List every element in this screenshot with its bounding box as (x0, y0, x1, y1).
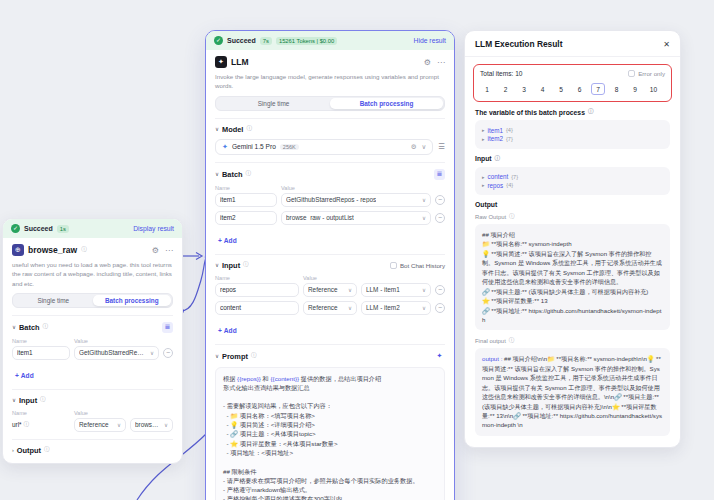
tree-caret-icon[interactable]: ▸ (482, 182, 485, 188)
model-settings-icon[interactable]: ⚙ (411, 143, 417, 151)
page-button-current[interactable]: 7 (591, 83, 605, 95)
batch-value-select[interactable]: GetGithubStarredRepos - repos ∨ (74, 346, 159, 360)
chevron-down-icon[interactable]: ∨ (215, 262, 219, 268)
input-value-select[interactable]: LLM - item1 ∨ (361, 283, 431, 297)
output-label: Output (475, 201, 497, 208)
section-title: Batch (222, 170, 243, 179)
hide-result-link[interactable]: Hide result (414, 37, 447, 44)
input-value-select[interactable]: browse_raw - url ∨ (130, 418, 173, 432)
batch-value-select[interactable]: browse_raw - outputList ∨ (281, 211, 431, 225)
gear-icon[interactable]: ⚙ (424, 58, 431, 67)
variable-count: {7} (506, 136, 513, 142)
page-button[interactable]: 4 (536, 83, 550, 95)
tab-single-time[interactable]: Single time (14, 295, 93, 306)
input-row: Reference ∨ LLM - item1 ∨ − (215, 283, 445, 297)
panel-title: LLM Execution Result (475, 39, 562, 49)
prompt-editor[interactable]: 根据 {{repos}} 和 {{content}} 提供的数据，总结出项目介绍… (215, 367, 445, 500)
batch-value-select[interactable]: GetGithubStarredRepos - repos ∨ (281, 193, 431, 207)
bot-chat-history-checkbox[interactable] (390, 262, 397, 269)
add-batch-button[interactable]: +Add (218, 237, 237, 244)
duration-badge: 7s (260, 37, 272, 45)
chevron-down-icon[interactable]: ∨ (215, 126, 219, 132)
page-button[interactable]: 3 (517, 83, 531, 95)
model-config-icon[interactable]: ☰ (438, 142, 445, 151)
variable-name[interactable]: repos (488, 182, 504, 189)
info-icon: ⓘ (243, 261, 249, 269)
remove-row-button[interactable]: − (435, 303, 445, 313)
prompt-variable-content[interactable]: {{content}} (271, 375, 300, 382)
input-row: url* ⓘ Reference ∨ browse_raw - url ∨ (12, 418, 173, 432)
chevron-down-icon[interactable]: ∨ (422, 143, 427, 151)
browse-raw-node[interactable]: ✓ Succeed 1s Display result ⊕ browse_raw… (2, 218, 183, 464)
chevron-down-icon: ∨ (348, 305, 352, 311)
section-title: Model (222, 125, 243, 134)
chevron-down-icon[interactable]: ∨ (215, 353, 219, 359)
status-label: Succeed (227, 37, 256, 44)
pagination-highlight-box: Total items: 10 Error only 1 2 3 4 5 6 7… (473, 64, 672, 102)
optimize-prompt-icon[interactable]: ✦ (434, 351, 445, 362)
remove-row-button[interactable]: − (435, 285, 445, 295)
input-name-input[interactable] (215, 301, 299, 315)
chevron-down-icon[interactable]: ∨ (12, 324, 16, 330)
gear-icon[interactable]: ⚙ (152, 246, 159, 255)
display-result-link[interactable]: Display result (133, 225, 174, 232)
column-header-value: Value (74, 410, 88, 416)
more-icon[interactable]: ⋯ (437, 58, 445, 67)
tree-caret-icon[interactable]: ▸ (482, 127, 485, 133)
select-value: browse_raw - outputList (286, 214, 354, 221)
final-output-text: ## 项目介绍\n\n📁 **项目名称:** sysmon-indepth\n\… (482, 355, 662, 428)
tab-single-time[interactable]: Single time (217, 98, 330, 109)
remove-row-button[interactable]: − (163, 348, 173, 358)
variable-name[interactable]: item2 (488, 135, 503, 142)
node-title: LLM (231, 57, 248, 67)
variable-name[interactable]: content (488, 173, 509, 180)
input-vars-box: ▸ content {7} ▸ repos {4} (475, 167, 670, 196)
error-only-checkbox[interactable] (628, 70, 635, 77)
page-button[interactable]: 1 (480, 83, 494, 95)
input-type-select[interactable]: Reference ∨ (74, 418, 126, 432)
add-input-button[interactable]: +Add (218, 327, 237, 334)
run-mode-tabs: Single time Batch processing (12, 293, 173, 308)
page-button[interactable]: 9 (628, 83, 642, 95)
close-icon[interactable]: ✕ (663, 40, 670, 49)
input-name-input[interactable] (215, 283, 299, 297)
remove-row-button[interactable]: − (435, 195, 445, 205)
prompt-variable-repos[interactable]: {{repos}} (237, 375, 261, 382)
plugin-icon: ⊕ (12, 244, 24, 256)
batch-name-input[interactable] (12, 346, 70, 360)
more-icon[interactable]: ⋯ (165, 246, 173, 255)
tree-caret-icon[interactable]: ▸ (482, 136, 485, 142)
page-button[interactable]: 8 (610, 83, 624, 95)
node-title: browse_raw (28, 245, 77, 255)
remove-row-button[interactable]: − (435, 213, 445, 223)
batch-icon[interactable]: ≣ (162, 322, 173, 333)
chevron-down-icon[interactable]: ∨ (12, 397, 16, 403)
variable-name[interactable]: item1 (488, 127, 503, 134)
model-select[interactable]: ✦ Gemini 1.5 Pro 256K ⚙ ∨ (215, 139, 433, 155)
batch-name-input[interactable] (215, 193, 277, 207)
batch-icon[interactable]: ≣ (434, 169, 445, 180)
info-icon: ⓘ (509, 337, 515, 345)
input-type-select[interactable]: Reference ∨ (303, 301, 357, 315)
page-button[interactable]: 5 (554, 83, 568, 95)
info-icon: ⓘ (43, 323, 49, 331)
tree-caret-icon[interactable]: ▸ (482, 174, 485, 180)
page-button[interactable]: 6 (573, 83, 587, 95)
batch-name-input[interactable] (215, 211, 277, 225)
chevron-down-icon[interactable]: ∨ (215, 171, 219, 177)
select-value: Reference (308, 304, 338, 311)
page-button[interactable]: 10 (647, 83, 661, 95)
error-only-label: Error only (638, 70, 665, 77)
tokens-badge: 15261 Tokens | $0.00 (276, 37, 337, 45)
chevron-right-icon[interactable]: › (12, 447, 14, 453)
input-type-select[interactable]: Reference ∨ (303, 283, 357, 297)
batch-row: browse_raw - outputList ∨ − (215, 211, 445, 225)
node-description: useful when you need to load a web page.… (12, 260, 173, 288)
input-value-select[interactable]: LLM - item2 ∨ (361, 301, 431, 315)
add-batch-button[interactable]: +Add (15, 372, 34, 379)
page-button[interactable]: 2 (499, 83, 513, 95)
tab-batch-processing[interactable]: Batch processing (93, 295, 172, 306)
llm-node[interactable]: ✓ Succeed 7s 15261 Tokens | $0.00 Hide r… (205, 30, 455, 500)
info-icon: ⓘ (251, 352, 257, 360)
tab-batch-processing[interactable]: Batch processing (330, 98, 443, 109)
